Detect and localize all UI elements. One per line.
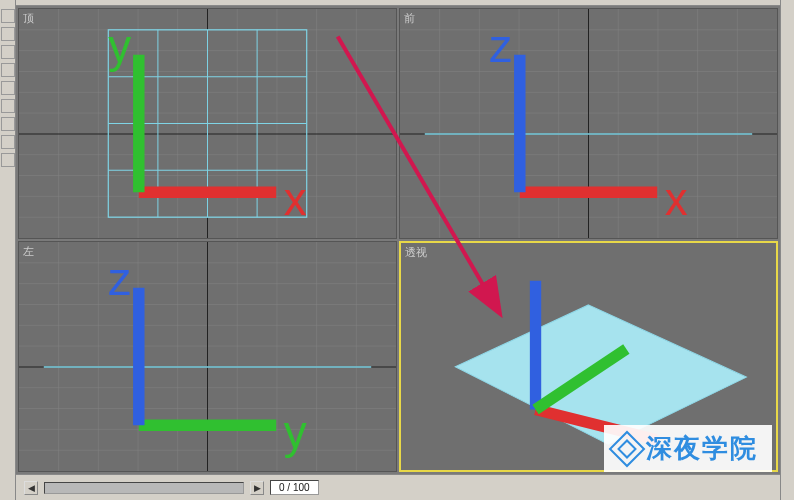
svg-line-82 [536,349,627,410]
tool-button[interactable] [1,9,15,23]
svg-text:z: z [489,21,512,72]
svg-text:y: y [108,21,131,72]
tool-button[interactable] [1,45,15,59]
axis-gizmo-icon: x z [400,9,777,238]
svg-text:y: y [284,407,307,458]
tool-button[interactable] [1,27,15,41]
timeline-prev-button[interactable]: ◀ [24,481,38,495]
viewports-container: 顶 [16,6,780,474]
axis-gizmo-icon: y z [19,242,396,471]
viewport-top[interactable]: 顶 [18,8,397,239]
watermark-logo-icon [609,430,646,467]
tool-button[interactable] [1,153,15,167]
tool-button[interactable] [1,117,15,131]
right-panel [780,0,794,500]
timeline-track[interactable] [44,482,244,494]
watermark-text: 深夜学院 [646,431,758,466]
svg-text:x: x [665,174,688,225]
axis-gizmo-icon: x y [19,9,396,238]
bottom-bar: ◀ ▶ 0 / 100 [16,474,780,500]
watermark: 深夜学院 [604,425,772,472]
tool-button[interactable] [1,99,15,113]
tool-button[interactable] [1,81,15,95]
tool-button[interactable] [1,135,15,149]
tool-button[interactable] [1,63,15,77]
frame-counter: 0 / 100 [270,480,319,495]
timeline-next-button[interactable]: ▶ [250,481,264,495]
svg-text:x: x [284,174,307,225]
svg-text:z: z [108,254,131,305]
left-toolbar [0,0,16,500]
viewport-left[interactable]: 左 [18,241,397,472]
viewport-front[interactable]: 前 [399,8,778,239]
